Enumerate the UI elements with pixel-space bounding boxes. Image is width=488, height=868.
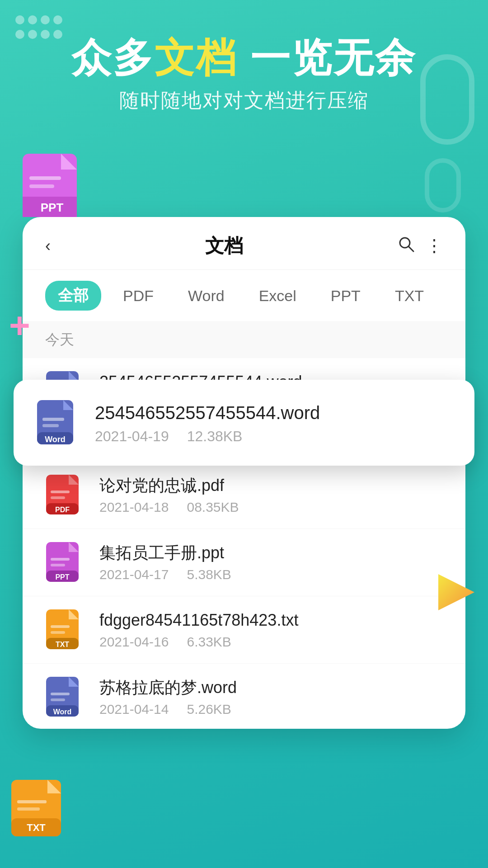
subtitle: 随时随地对对文档进行压缩 <box>27 87 461 114</box>
filter-tab-excel[interactable]: Excel <box>246 283 309 309</box>
file-icon-txt: TXT <box>45 607 86 652</box>
svg-rect-56 <box>42 418 64 421</box>
svg-text:TXT: TXT <box>27 822 46 833</box>
svg-rect-27 <box>51 496 65 499</box>
popup-file-info: 254546552557455544.word 2021-04-19 12.38… <box>95 401 320 445</box>
file-item-pdf[interactable]: PDF 论对党的忠诚.pdf 2021-04-18 08.35KB <box>23 462 465 529</box>
file-date-pdf: 2021-04-18 <box>99 500 169 515</box>
svg-rect-39 <box>51 631 65 634</box>
title-area: 众多文档 一览无余 随时随地对对文档进行压缩 <box>0 0 488 123</box>
svg-text:PPT: PPT <box>41 201 64 214</box>
svg-text:Word: Word <box>45 435 66 444</box>
back-button[interactable]: ‹ <box>45 236 51 255</box>
file-meta-pdf: 2021-04-18 08.35KB <box>99 500 443 515</box>
svg-rect-12 <box>17 800 47 803</box>
file-meta-word2: 2021-04-14 5.26KB <box>99 702 443 717</box>
floating-play-decoration <box>434 570 479 615</box>
file-icon-pdf: PDF <box>45 472 86 518</box>
filter-tabs: 全部 PDF Word Excel PPT TXT <box>23 270 465 322</box>
svg-rect-38 <box>51 625 70 628</box>
popup-file-icon: Word <box>36 398 81 448</box>
file-name-ppt: 集拓员工手册.ppt <box>99 542 443 564</box>
file-info-word2: 苏格拉底的梦.word 2021-04-14 5.26KB <box>99 677 443 717</box>
svg-rect-45 <box>51 698 65 701</box>
file-size-ppt: 5.38KB <box>187 567 231 582</box>
floating-plus-decoration: + <box>9 307 30 344</box>
file-date-txt: 2021-04-16 <box>99 634 169 650</box>
filter-tab-word[interactable]: Word <box>175 283 237 309</box>
file-size-pdf: 08.35KB <box>187 500 239 515</box>
file-info-pdf: 论对党的忠诚.pdf 2021-04-18 08.35KB <box>99 475 443 515</box>
file-icon-word2: Word <box>45 675 86 720</box>
svg-rect-26 <box>51 491 70 493</box>
more-icon[interactable]: ⋮ <box>426 236 443 256</box>
filter-tab-ppt[interactable]: PPT <box>318 283 373 309</box>
file-name-pdf: 论对党的忠诚.pdf <box>99 475 443 496</box>
file-popup-card[interactable]: Word 254546552557455544.word 2021-04-19 … <box>14 380 474 466</box>
file-info-txt: fdgger84541165t78h423.txt 2021-04-16 6.3… <box>99 610 443 650</box>
filter-tab-all[interactable]: 全部 <box>45 281 101 311</box>
svg-rect-44 <box>51 693 70 695</box>
file-info-ppt: 集拓员工手册.ppt 2021-04-17 5.38KB <box>99 542 443 583</box>
svg-rect-13 <box>17 807 40 811</box>
file-meta-ppt: 2021-04-17 5.38KB <box>99 567 443 582</box>
file-name-word2: 苏格拉底的梦.word <box>99 677 443 698</box>
svg-text:PPT: PPT <box>55 573 69 581</box>
file-item-ppt[interactable]: PPT 集拓员工手册.ppt 2021-04-17 5.38KB <box>23 529 465 596</box>
svg-text:Word: Word <box>53 708 72 716</box>
file-meta-txt: 2021-04-16 6.33KB <box>99 634 443 650</box>
main-title: 众多文档 一览无余 <box>27 36 461 80</box>
popup-file-name: 254546552557455544.word <box>95 401 320 425</box>
card-title: 文档 <box>205 233 243 259</box>
file-name-txt: fdgger84541165t78h423.txt <box>99 610 443 631</box>
file-size-word2: 5.26KB <box>187 702 231 717</box>
section-today: 今天 <box>23 322 465 358</box>
floating-ppt-icon: PPT <box>18 145 90 226</box>
svg-marker-7 <box>438 574 474 610</box>
search-icon[interactable] <box>398 236 415 257</box>
filter-tab-txt[interactable]: TXT <box>382 283 436 309</box>
header-icons: ⋮ <box>398 236 443 257</box>
svg-rect-57 <box>42 424 59 427</box>
file-item-txt[interactable]: TXT fdgger84541165t78h423.txt 2021-04-16… <box>23 596 465 664</box>
title-highlight: 文档 <box>155 35 238 80</box>
main-card: ‹ 文档 ⋮ 全部 PDF Word Excel PPT TXT 今天 <box>23 217 465 729</box>
svg-rect-33 <box>51 564 65 566</box>
svg-rect-32 <box>51 558 70 561</box>
popup-file-meta: 2021-04-19 12.38KB <box>95 428 320 445</box>
svg-rect-6 <box>29 184 54 188</box>
filter-tab-pdf[interactable]: PDF <box>110 283 166 309</box>
floating-txt-icon: TXT <box>9 773 68 841</box>
popup-file-date: 2021-04-19 <box>95 428 169 445</box>
file-date-ppt: 2021-04-17 <box>99 567 169 582</box>
svg-line-15 <box>408 246 413 251</box>
popup-file-size: 12.38KB <box>187 428 243 445</box>
file-size-txt: 6.33KB <box>187 634 231 650</box>
svg-text:TXT: TXT <box>56 641 69 648</box>
svg-text:PDF: PDF <box>55 506 70 514</box>
file-item-word2[interactable]: Word 苏格拉底的梦.word 2021-04-14 5.26KB <box>23 664 465 729</box>
decorative-ring-2 <box>425 158 461 212</box>
file-date-word2: 2021-04-14 <box>99 702 169 717</box>
svg-rect-5 <box>29 176 61 180</box>
file-icon-ppt: PPT <box>45 540 86 585</box>
